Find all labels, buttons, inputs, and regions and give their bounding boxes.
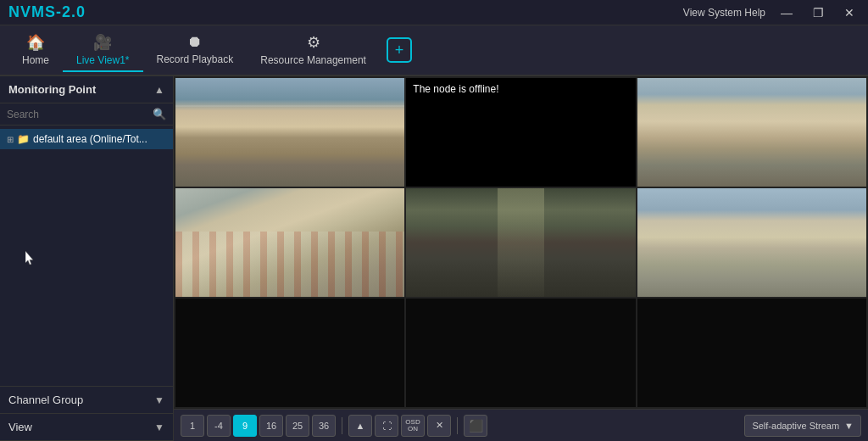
layout-25-button[interactable]: 25 — [286, 415, 309, 437]
stream-label: Self-adaptive Stream — [752, 421, 839, 431]
playback-icon: ⏺ — [187, 33, 203, 51]
camera-cell-1[interactable] — [175, 78, 404, 187]
tree-item-label: default area (Online/Tot... — [33, 133, 147, 145]
live-view-label: Live View1* — [76, 54, 129, 66]
view-arrow-icon: ▼ — [154, 421, 164, 433]
osd-button[interactable]: OSD ON — [401, 415, 425, 437]
home-icon: 🏠 — [26, 33, 45, 52]
title-bar: NVMS-2.0 View System Help — ❐ ✕ — [0, 0, 868, 25]
tree-item-default-area[interactable]: ⊞ 📁 default area (Online/Tot... — [0, 129, 173, 149]
title-bar-right: View System Help — ❐ ✕ — [683, 4, 860, 21]
camera-icon: 🎥 — [93, 33, 112, 52]
prev-layout-button[interactable]: ▲ — [348, 415, 372, 437]
fullscreen-icon: ⛶ — [382, 421, 392, 431]
fullscreen-button[interactable]: ⛶ — [375, 415, 398, 437]
title-bar-left: NVMS-2.0 — [8, 3, 86, 21]
camera-grid: The node is offline! — [174, 76, 868, 409]
add-icon: + — [395, 42, 404, 59]
nav-resource-mgmt[interactable]: ⚙ Resource Management — [247, 29, 380, 72]
camera-cell-2[interactable]: The node is offline! — [406, 78, 635, 187]
app-logo: NVMS-2.0 — [8, 3, 86, 21]
channel-group-label: Channel Group — [8, 394, 83, 406]
layout-16-button[interactable]: 16 — [259, 415, 283, 437]
camera-cell-3[interactable] — [637, 78, 866, 187]
monitoring-point-header[interactable]: Monitoring Point ▲ — [0, 76, 173, 103]
snapshot-button[interactable]: ⬛ — [464, 415, 487, 437]
channel-group-section[interactable]: Channel Group ▼ — [0, 387, 173, 414]
restore-button[interactable]: ❐ — [808, 4, 829, 21]
add-tab-button[interactable]: + — [387, 37, 412, 63]
layout-1-button[interactable]: 1 — [181, 415, 204, 437]
search-icon[interactable]: 🔍 — [153, 108, 166, 120]
snapshot-icon: ⬛ — [469, 419, 483, 433]
camera-cell-9[interactable] — [637, 299, 866, 407]
nav-live-view[interactable]: 🎥 Live View1* — [63, 29, 142, 72]
camera-area: The node is offline! 1 -4 9 16 25 36 ▲ — [174, 76, 868, 441]
stream-select[interactable]: Self-adaptive Stream ▼ — [744, 415, 861, 437]
nav-record-playback[interactable]: ⏺ Record Playback — [143, 29, 248, 71]
camera-cell-4[interactable] — [175, 188, 404, 297]
close-all-button[interactable]: ✕ — [427, 415, 451, 437]
view-section[interactable]: View ▼ — [0, 414, 173, 441]
camera-cell-6[interactable] — [637, 188, 866, 297]
stream-dropdown-icon: ▼ — [844, 421, 854, 431]
nav-bar: 🏠 Home 🎥 Live View1* ⏺ Record Playback ⚙… — [0, 25, 868, 76]
sidebar: Monitoring Point ▲ 🔍 ⊞ 📁 default area (O… — [0, 76, 174, 441]
close-all-icon: ✕ — [436, 420, 443, 431]
nav-home[interactable]: 🏠 Home — [8, 29, 63, 72]
home-label: Home — [22, 54, 49, 66]
close-button[interactable]: ✕ — [839, 4, 860, 21]
layout-36-button[interactable]: 36 — [312, 415, 336, 437]
monitoring-point-label: Monitoring Point — [8, 83, 96, 96]
view-label: View — [8, 421, 32, 433]
channel-group-arrow-icon: ▼ — [154, 394, 164, 406]
separator-2 — [457, 417, 458, 434]
triangle-up-icon: ▲ — [356, 421, 365, 431]
view-system-help-link[interactable]: View System Help — [683, 7, 765, 19]
resource-icon: ⚙ — [307, 33, 320, 52]
cursor-indicator — [25, 251, 36, 266]
main-content: Monitoring Point ▲ 🔍 ⊞ 📁 default area (O… — [0, 76, 868, 441]
camera-cell-7[interactable] — [175, 299, 404, 407]
sidebar-bottom: Channel Group ▼ View ▼ — [0, 386, 173, 441]
offline-message: The node is offline! — [406, 78, 505, 100]
layout-4-button[interactable]: -4 — [207, 415, 231, 437]
layout-9-button[interactable]: 9 — [233, 415, 257, 437]
toolbar: 1 -4 9 16 25 36 ▲ ⛶ OSD ON ✕ ⬛ — [174, 409, 868, 441]
tree-empty-area — [0, 149, 173, 319]
expand-icon: ⊞ — [7, 135, 14, 144]
folder-icon: 📁 — [17, 133, 30, 145]
svg-marker-0 — [25, 251, 33, 265]
separator-1 — [342, 417, 342, 434]
record-playback-label: Record Playback — [157, 53, 234, 65]
camera-cell-5[interactable] — [406, 188, 635, 297]
collapse-arrow-icon[interactable]: ▲ — [154, 84, 164, 96]
camera-cell-8[interactable] — [406, 299, 635, 407]
minimize-button[interactable]: — — [776, 4, 798, 21]
tree-area: ⊞ 📁 default area (Online/Tot... — [0, 126, 173, 386]
resource-mgmt-label: Resource Management — [260, 54, 366, 66]
search-bar: 🔍 — [0, 103, 173, 126]
osd-on-label: ON — [408, 426, 418, 433]
search-input[interactable] — [7, 109, 153, 120]
